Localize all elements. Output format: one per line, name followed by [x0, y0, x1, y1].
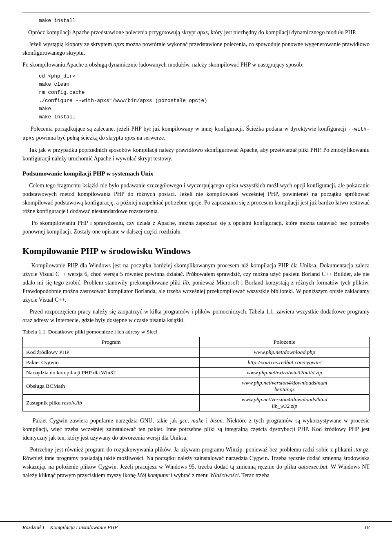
paragraph-5: Tak jak w przypadku poprzednich sposobów…: [22, 146, 370, 163]
chapter-paragraph-4: Potrzebny jest również program do rozpak…: [22, 445, 370, 480]
section-heading-1: Podsumowanie kompilacji PHP w systemach …: [22, 170, 370, 177]
top-code: make install: [39, 17, 370, 25]
table-row: Kod źródłowy PHP www.php.net/download.ph…: [23, 347, 370, 357]
section1-paragraph-2: Po skompilowaniu PHP i sprawdzeniu, czy …: [22, 219, 370, 236]
table-row: Narzędzia do kompilacji PHP dla Win32 ww…: [23, 367, 370, 378]
section1-paragraph-1: Celem tego fragmentu książki nie było po…: [22, 181, 370, 216]
table-cell-url: www.php.net/extra/win32build.zip: [200, 367, 370, 378]
paragraph-4: Polecenia porządkujące są zalecane, jeże…: [22, 124, 370, 142]
page-content: make install Oprócz kompilacji Apache pr…: [0, 0, 392, 507]
page-footer: Rozdział 1 – Kompilacja i instalowanie P…: [0, 521, 392, 531]
table-cell-program: Kod źródłowy PHP: [23, 347, 200, 357]
chapter-paragraph-3: Pakiet Cygwin zawiera popularne narzędzi…: [22, 416, 370, 442]
table-cell-url: http://sources.redhat.con/cygwin/: [200, 357, 370, 367]
table-cell-url: www.php.net/download.php: [200, 347, 370, 357]
footer-right: 18: [364, 524, 370, 531]
table-cell-url: www.php.net/version4/downloads/number.ta…: [200, 378, 370, 394]
table-row: Obsługa BCMath www.php.net/version4/down…: [23, 378, 370, 394]
table-row: Pakiet Cygwin http://sources.redhat.con/…: [23, 357, 370, 367]
table-caption: Tabela 1.1. Dodatkowe pliki pomocnicze i…: [22, 329, 370, 335]
paragraph-1: Oprócz kompilacji Apache przedstawione p…: [22, 28, 370, 37]
paragraph-2: Jeżeli wystąpią kłopoty ze skryptem apxs…: [22, 40, 370, 57]
table-cell-program: Pakiet Cygwin: [23, 357, 200, 367]
table-cell-program: Obsługa BCMath: [23, 378, 200, 394]
table-cell-url: www.php.net/version4/downloads/bindlib_w…: [200, 394, 370, 411]
top-divider: [22, 12, 370, 13]
chapter-paragraph-2: Przed rozpoczęciem pracy należy się zaop…: [22, 307, 370, 325]
table-wrapper: Tabela 1.1. Dodatkowe pliki pomocnicze i…: [22, 329, 370, 411]
code-block-1: cd <php_dir> make clean rm config.cache …: [39, 72, 370, 121]
chapter-paragraph-1: Kompilowanie PHP dla Windows jest na poc…: [22, 261, 370, 304]
resources-table: Program Położenie Kod źródłowy PHP www.p…: [22, 337, 370, 411]
chapter-heading: Kompilowanie PHP w środowisku Windows: [22, 246, 370, 256]
table-header-location: Położenie: [200, 337, 370, 347]
paragraph-3: Po skompilowaniu Apache z obsługą dynami…: [22, 60, 370, 69]
table-row: Zastępnik pliku resolv.lib www.php.net/v…: [23, 394, 370, 411]
table-header-program: Program: [23, 337, 200, 347]
table-cell-program: Narzędzia do kompilacji PHP dla Win32: [23, 367, 200, 378]
footer-left: Rozdział 1 – Kompilacja i instalowanie P…: [22, 524, 118, 531]
table-cell-program: Zastępnik pliku resolv.lib: [23, 394, 200, 411]
